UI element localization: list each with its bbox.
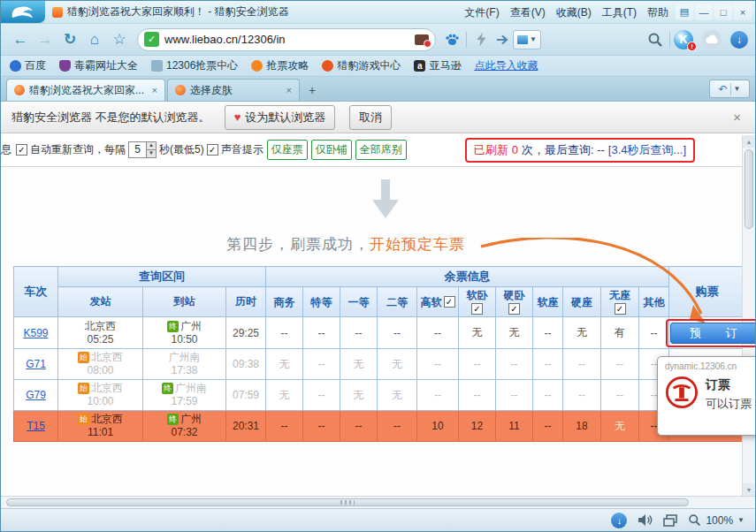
close-button[interactable]: × [734,4,752,20]
sound-alert-checkbox[interactable]: ✓ [207,144,218,156]
col-seat-4: 高软✓ [417,287,459,317]
duration-cell: 20:31 [226,411,266,442]
cloud-sync-icon[interactable] [702,30,722,49]
address-bar[interactable]: ✓ www.liebao.cn/12306/in [137,28,436,51]
url-text[interactable]: www.liebao.cn/12306/in [164,33,415,46]
favorites-star-button[interactable]: ☆ [107,28,132,51]
tab-1[interactable]: 选择皮肤× [167,79,300,101]
scroll-down-icon[interactable]: ▼ [743,483,755,496]
menu-item-1[interactable]: 查看(V) [505,2,551,23]
lightning-speed-icon[interactable] [470,29,492,50]
book-button[interactable]: 预 订 [670,323,756,344]
tab-close-icon[interactable]: × [286,85,292,95]
arrive-cell: 广州南17:38 [143,349,226,380]
horizontal-scrollbar[interactable] [1,496,755,508]
ticket-center-icon [151,60,163,72]
seat-filter-checkbox[interactable]: ✓ [444,296,455,308]
go-arrow-icon[interactable] [492,29,513,50]
train-code-link[interactable]: K599 [23,327,48,339]
speaker-icon[interactable] [638,513,653,527]
seat-label: 一等 [348,296,370,308]
filter-button-1[interactable]: 仅卧铺 [311,140,352,160]
bookmark-label: 毒霸网址大全 [74,58,138,73]
refresh-button[interactable]: ↻ [57,28,82,51]
bookmark-label: 抢票攻略 [266,58,309,73]
filter-button-0[interactable]: 仅座票 [267,140,308,160]
tab-close-icon[interactable]: × [152,85,157,95]
bookmark-item-3[interactable]: 抢票攻略 [251,58,309,73]
toolbar-divider [669,32,670,48]
alert-badge: ! [687,42,697,51]
stepper-arrows[interactable]: ▲ ▼ [146,142,156,157]
snapshot-icon[interactable] [415,34,429,45]
home-button[interactable]: ⌂ [82,28,107,51]
downloads-icon[interactable]: ↓ [611,513,627,528]
refresh-countdown: [3.4秒后查询...] [608,142,686,158]
bookmark-item-1[interactable]: 毒霸网址大全 [59,58,138,73]
stepper-down-icon[interactable]: ▼ [147,150,156,157]
close-notification-icon[interactable]: × [729,110,745,125]
train-code-link[interactable]: G71 [26,358,46,370]
download-manager-icon[interactable]: ↓ [730,31,748,49]
vertical-scrollbar[interactable]: ▲ ▼ [742,135,755,496]
bookmark-item-6[interactable]: 点此导入收藏 [474,58,538,73]
stepper-up-icon[interactable]: ▲ [147,142,156,150]
maximize-button[interactable]: □ [714,4,732,20]
menu-item-2[interactable]: 收藏(B) [551,2,597,23]
menubar: 文件(F)查看(V)收藏(B)工具(T)帮助 [459,2,674,23]
filter-button-2[interactable]: 全部席别 [355,140,407,160]
forward-button[interactable]: → [33,28,57,51]
train-code-link[interactable]: T15 [27,420,45,432]
seat-cell-3: 无 [378,349,417,380]
tab-0[interactable]: 猎豹浏览器祝大家回家...× [6,79,165,101]
interval-value[interactable]: 5 [129,142,146,157]
auto-query-checkbox[interactable]: ✓ [16,144,27,156]
down-arrow-icon [367,178,404,224]
menu-item-0[interactable]: 文件(F) [459,2,504,23]
seat-cell-0: -- [266,411,303,442]
scrollbar-thumb[interactable] [6,498,689,506]
duba-icon [59,60,71,72]
bookmark-label: 猎豹游戏中心 [337,58,401,73]
station-time: 05:25 [60,333,141,346]
seat-header: 商务 [268,296,301,308]
minimize-button[interactable]: — [695,4,713,20]
menu-item-4[interactable]: 帮助 [642,2,674,23]
restore-closed-tab-button[interactable]: ↶ ▼ [709,80,750,98]
menu-item-3[interactable]: 工具(T) [597,2,642,23]
zoom-control[interactable]: 100% ▼ [688,513,745,527]
bookmark-item-0[interactable]: 百度 [10,58,46,73]
skin-panel-button[interactable]: ▤ [676,4,693,20]
title-favicon [52,7,63,18]
station-text: 广州南 [169,351,201,363]
search-icon[interactable] [645,29,666,50]
cancel-button[interactable]: 取消 [349,105,392,130]
chevron-down-icon: ▼ [530,35,537,43]
step-text-gray: 第四步，刷票成功， [226,236,370,253]
bookmark-item-5[interactable]: a亚马逊 [414,58,461,73]
seat-cell-5: -- [459,349,496,380]
liebao-logo-icon[interactable] [1,1,45,23]
back-button[interactable]: ← [8,28,33,51]
col-seat-0: 商务 [266,287,303,317]
set-default-browser-button[interactable]: ♥ 设为默认浏览器 [225,105,336,130]
scrollbar-thumb[interactable] [745,149,753,229]
interval-stepper[interactable]: 5 ▲ ▼ [128,141,157,158]
station-name: 广州南 [145,351,224,364]
refresh-middle: 次，最后查询: -- [522,142,605,158]
col-train-code: 车次 [14,267,58,317]
new-tab-button[interactable]: + [302,81,323,99]
train-code-link[interactable]: G79 [26,389,46,401]
cascade-windows-icon[interactable] [663,514,677,527]
duba-k-icon[interactable]: K! [674,30,693,49]
grab-ticket-paw-icon[interactable] [441,29,462,50]
station-text: 北京西 [85,320,117,332]
bookmark-item-2[interactable]: 12306抢票中心 [151,58,238,73]
bookmark-item-4[interactable]: 猎豹游戏中心 [322,58,401,73]
arrive-cell: 终广州07:32 [143,411,226,442]
bookmarks-bar: 百度毒霸网址大全12306抢票中心抢票攻略猎豹游戏中心a亚马逊点此导入收藏 [1,56,755,77]
skin-image-dropdown[interactable]: ▼ [513,30,541,49]
amazon-icon: a [414,60,425,72]
train-code-cell: G79 [14,380,58,411]
scroll-up-icon[interactable]: ▲ [743,135,755,148]
